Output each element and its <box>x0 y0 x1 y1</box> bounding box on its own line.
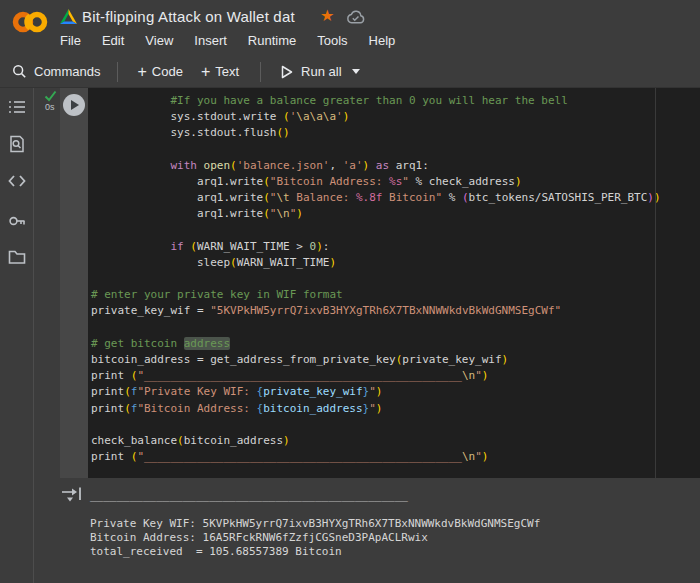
code-line[interactable]: arq1.write("\t Balance: %.8f Bitcoin" % … <box>91 190 661 206</box>
cell-output-icon[interactable] <box>61 486 83 504</box>
left-sidebar-rail <box>0 88 34 583</box>
colab-notebook: { "header": { "title": "Bit-flipping Att… <box>0 0 700 583</box>
code-line[interactable]: sleep(WARN_WAIT_TIME) <box>91 255 661 271</box>
run-cell-button[interactable] <box>63 94 85 116</box>
table-of-contents-icon[interactable] <box>8 98 26 116</box>
code-line[interactable]: print ("________________________________… <box>91 449 661 465</box>
menu-file[interactable]: File <box>60 33 81 48</box>
menu-insert[interactable]: Insert <box>194 33 227 48</box>
output-line <box>90 559 690 573</box>
plus-icon: + <box>137 63 146 81</box>
output-line: Private Key WIF: 5KVPkHW5yrrQ7ixvB3HYXgT… <box>90 517 690 531</box>
code-line[interactable]: print(f"Bitcoin Address: {bitcoin_addres… <box>91 401 661 417</box>
output-line: ________________________________________… <box>90 573 690 583</box>
run-all-button[interactable]: Run all <box>281 64 359 79</box>
menu-runtime[interactable]: Runtime <box>248 33 296 48</box>
play-icon <box>71 100 79 110</box>
output-line: total_received = 105.68557389 Bitcoin <box>90 545 690 559</box>
code-line[interactable]: # get bitcoin address <box>91 336 661 352</box>
colab-logo-icon[interactable] <box>12 9 48 35</box>
menu-tools[interactable]: Tools <box>317 33 347 48</box>
code-line[interactable]: check_balance(bitcoin_address) <box>91 433 661 449</box>
find-replace-icon[interactable] <box>8 135 26 153</box>
code-line[interactable]: print ("________________________________… <box>91 368 661 384</box>
code-line[interactable]: sys.stdout.flush() <box>91 125 661 141</box>
star-icon[interactable]: ★ <box>320 6 334 25</box>
secrets-key-icon[interactable] <box>8 212 26 230</box>
code-area[interactable]: #If you have a balance greater than 0 yo… <box>91 93 661 465</box>
output-line: Bitcoin Address: 16A5RFckRNW6fZzfjCGSneD… <box>90 531 690 545</box>
code-line[interactable]: # enter your private key in WIF format <box>91 287 661 303</box>
code-line[interactable]: arq1.write("Bitcoin Address: %s" % check… <box>91 174 661 190</box>
toolbar-divider <box>117 62 118 82</box>
code-line[interactable] <box>91 271 661 287</box>
chevron-down-icon[interactable] <box>352 69 360 74</box>
code-line[interactable] <box>91 417 661 433</box>
cloud-saved-icon[interactable] <box>344 9 366 26</box>
drive-icon <box>60 9 77 24</box>
menubar: File Edit View Insert Runtime Tools Help <box>60 33 395 48</box>
code-line[interactable]: private_key_wif = "5KVPkHW5yrrQ7ixvB3HYX… <box>91 303 661 319</box>
code-line[interactable]: print(f"Private Key WIF: {private_key_wi… <box>91 384 661 400</box>
code-line[interactable]: bitcoin_address = get_address_from_priva… <box>91 352 661 368</box>
code-line[interactable]: with open('balance.json', 'a') as arq1: <box>91 158 661 174</box>
execution-success-check-icon <box>44 90 57 102</box>
run-all-icon <box>281 65 293 79</box>
cell-gutter <box>60 88 88 478</box>
header: Bit-flipping Attack on Wallet dat ★ File… <box>0 0 700 56</box>
code-line[interactable]: arq1.write("\n") <box>91 206 661 222</box>
code-line[interactable]: if (WARN_WAIT_TIME > 0): <box>91 239 661 255</box>
files-folder-icon[interactable] <box>8 248 26 266</box>
notebook-title[interactable]: Bit-flipping Attack on Wallet dat <box>82 8 295 25</box>
output-area[interactable]: ________________________________________… <box>90 489 690 583</box>
toolbar: Commands + Code + Text Run all <box>0 56 700 88</box>
menu-help[interactable]: Help <box>369 33 396 48</box>
editor-scrollbar-track[interactable] <box>655 88 656 478</box>
code-line[interactable] <box>91 223 661 239</box>
code-line[interactable]: sys.stdout.write ('\a\a\a') <box>91 109 661 125</box>
toolbar-divider <box>260 62 261 82</box>
execution-time: 0s <box>45 102 55 112</box>
code-line[interactable] <box>91 320 661 336</box>
add-text-button[interactable]: + Text <box>201 63 239 81</box>
code-line[interactable] <box>91 142 661 158</box>
search-icon <box>12 64 27 79</box>
code-editor[interactable]: #If you have a balance greater than 0 yo… <box>88 88 700 478</box>
plus-icon: + <box>201 63 210 81</box>
output-line: ________________________________________… <box>90 489 690 503</box>
code-line[interactable]: #If you have a balance greater than 0 yo… <box>91 93 661 109</box>
menu-view[interactable]: View <box>145 33 173 48</box>
code-snippets-icon[interactable] <box>8 172 26 190</box>
add-code-button[interactable]: + Code <box>137 63 182 81</box>
output-line <box>90 503 690 517</box>
menu-edit[interactable]: Edit <box>102 33 124 48</box>
commands-button[interactable]: Commands <box>12 64 100 79</box>
